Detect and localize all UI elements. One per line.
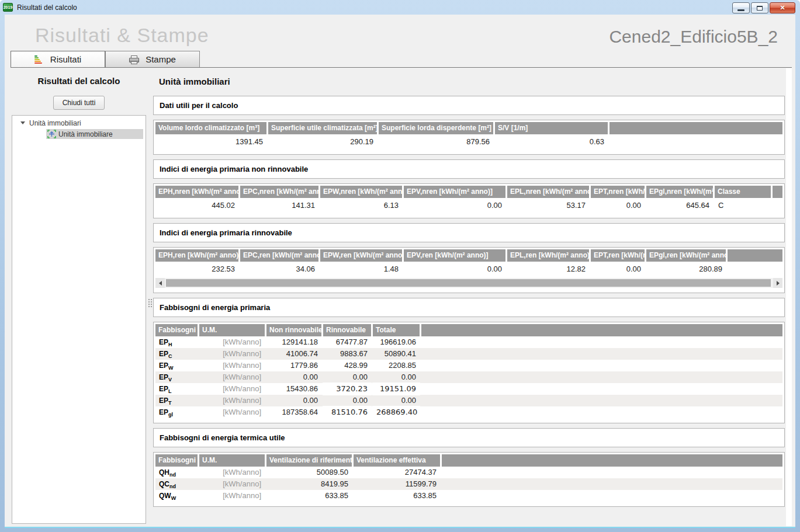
window-title: Risultati del calcolo xyxy=(17,4,77,12)
titlebar[interactable]: 2019 Risultati del calcolo ✕ xyxy=(0,0,800,15)
column-header[interactable]: EPgl,nren [kWh/(m² anno)] xyxy=(646,186,713,198)
table-row[interactable]: QCnd[kWh/anno]8419.9511599.79 xyxy=(155,478,782,490)
row-label: EPL xyxy=(155,383,198,395)
column-header[interactable]: Totale xyxy=(373,324,420,336)
column-header xyxy=(421,324,782,336)
section-table: Volume lordo climatizzato [m³]Superficie… xyxy=(153,120,785,155)
table-cell: 53.17 xyxy=(507,198,589,213)
column-header[interactable]: EPH,nren [kWh/(m² anno)] xyxy=(155,186,238,198)
column-header[interactable]: Superficie lorda disperdente [m²] xyxy=(379,122,493,134)
main-heading: Unità immobiliari xyxy=(159,77,785,87)
row-label: EPT xyxy=(155,395,198,406)
scroll-right-button[interactable] xyxy=(773,278,782,288)
column-header[interactable]: EPL,ren [kWh/(m² anno)] xyxy=(507,249,589,262)
tab-bar: Risultati Stampe xyxy=(11,51,792,68)
table-row[interactable]: EPT[kWh/anno]0.000.000.00 xyxy=(155,395,782,406)
minimize-button[interactable] xyxy=(732,2,750,13)
column-header[interactable]: Ventilazione di riferimento xyxy=(266,454,352,467)
table-cell: 0.00 xyxy=(266,395,321,406)
tree-item-unita-immobiliare[interactable]: Unità immobiliare xyxy=(46,129,143,139)
column-header[interactable]: Non rinnovabile xyxy=(266,324,321,336)
collapse-arrow-icon[interactable] xyxy=(20,121,25,124)
column-header[interactable]: EPW,nren [kWh/(m² anno)] xyxy=(320,186,402,198)
table-cell: 27474.37 xyxy=(354,467,440,478)
column-header[interactable]: EPT,nren [kWh/(m² anno)] xyxy=(591,186,645,198)
table-cell: 268869.40 xyxy=(373,406,420,418)
table-cell: 187358.64 xyxy=(266,406,321,418)
splitter-handle[interactable] xyxy=(148,293,153,313)
table-cell: 15430.86 xyxy=(266,383,321,395)
table-cell: 1391.45 xyxy=(155,134,266,149)
row-label: EPH xyxy=(155,336,198,348)
column-header[interactable]: S/V [1/m] xyxy=(495,122,608,134)
section-title: Dati utili per il calcolo xyxy=(160,101,238,110)
row-unit: [kWh/anno] xyxy=(199,490,265,502)
column-header[interactable]: EPV,ren [kWh/(m² anno)] xyxy=(404,249,505,262)
table-row[interactable]: 232.5334.061.480.0012.820.00280.89 xyxy=(155,262,782,277)
table-cell xyxy=(442,478,782,490)
column-header[interactable]: EPV,nren [kWh/(m² anno)] xyxy=(404,186,505,198)
header-row: Risultati & Stampe Cened2_Edificio5B_2 xyxy=(5,15,795,47)
table-cell: 645.64 xyxy=(646,198,713,213)
table-cell: 3720.23 xyxy=(323,383,371,395)
table-cell: 8419.95 xyxy=(266,478,352,490)
table-cell: 0.00 xyxy=(404,198,505,213)
close-all-button[interactable]: Chiudi tutti xyxy=(53,96,105,110)
table-cell: 0.00 xyxy=(404,262,505,277)
table-row[interactable]: EPC[kWh/anno]41006.749883.6750890.41 xyxy=(155,348,782,360)
table-cell: 34.06 xyxy=(240,262,318,277)
table-row[interactable]: QWW[kWh/anno]633.85633.85 xyxy=(155,490,782,502)
column-header[interactable]: EPL,nren [kWh/(m² anno)] xyxy=(507,186,589,198)
column-header[interactable]: Classe xyxy=(715,186,771,198)
table-row[interactable]: QHnd[kWh/anno]50089.5027474.37 xyxy=(155,467,782,478)
table-cell xyxy=(421,383,782,395)
minimize-icon xyxy=(737,9,744,11)
table-row[interactable]: EPW[kWh/anno]1779.86428.992208.85 xyxy=(155,360,782,371)
table-row[interactable]: 445.02141.316.130.0053.170.00645.64C xyxy=(155,198,782,213)
tab-stampe[interactable]: Stampe xyxy=(105,51,200,67)
table-cell: 428.99 xyxy=(323,360,371,371)
column-header[interactable]: EPW,ren [kWh/(m² anno)] xyxy=(320,249,402,262)
table-row[interactable]: EPH[kWh/anno]129141.1867477.87196619.06 xyxy=(155,336,782,348)
column-header[interactable]: EPT,ren [kWh/(m² anno)] xyxy=(591,249,645,262)
row-unit: [kWh/anno] xyxy=(199,395,265,406)
floorplan-icon xyxy=(47,130,56,138)
column-header[interactable]: U.M. xyxy=(199,324,265,336)
vertical-scrollbar[interactable] xyxy=(786,68,792,526)
table-cell: 633.85 xyxy=(354,490,440,502)
column-header[interactable]: Fabbisogni xyxy=(155,454,198,467)
section-table: EPH,nren [kWh/(m² anno)]EPC,nren [kWh/(m… xyxy=(153,183,785,218)
table-row[interactable]: 1391.45290.19879.560.63 xyxy=(155,134,782,149)
scrollbar-thumb[interactable] xyxy=(166,279,771,287)
window-bottom-edge xyxy=(5,527,795,528)
column-header[interactable]: EPC,ren [kWh/(m² anno)] xyxy=(240,249,318,262)
column-header[interactable]: U.M. xyxy=(199,454,265,467)
row-label: EPgl xyxy=(155,406,198,418)
column-header[interactable]: Fabbisogni xyxy=(155,324,198,336)
column-header[interactable]: Superficie utile climatizzata [m²] xyxy=(268,122,377,134)
table-row[interactable]: EPL[kWh/anno]15430.863720.2319151.09 xyxy=(155,383,782,395)
tab-risultati[interactable]: Risultati xyxy=(11,51,105,67)
section-table: FabbisogniU.M.Non rinnovabileRinnovabile… xyxy=(153,322,785,423)
horizontal-scrollbar[interactable] xyxy=(155,278,782,288)
row-label: EPV xyxy=(155,371,198,383)
section-title-box: Dati utili per il calcolo xyxy=(153,96,785,115)
column-header[interactable]: EPH,ren [kWh/(m² anno)] xyxy=(155,249,238,262)
tab-stampe-label: Stampe xyxy=(146,54,176,64)
column-header[interactable]: Rinnovabile xyxy=(323,324,371,336)
scroll-left-button[interactable] xyxy=(155,278,165,288)
table-row[interactable]: EPgl[kWh/anno]187358.6481510.76268869.40 xyxy=(155,406,782,418)
app-icon-label: 2019 xyxy=(4,5,13,9)
table-row[interactable]: EPV[kWh/anno]0.000.000.00 xyxy=(155,371,782,383)
tree-item-unita-immobiliari[interactable]: Unità immobiliari xyxy=(12,118,146,128)
column-header[interactable]: EPgl,ren [kWh/(m² anno)] xyxy=(646,249,726,262)
result-section: Fabbisogni di energia primariaFabbisogni… xyxy=(153,298,785,423)
column-header[interactable]: EPC,nren [kWh/(m² anno)] xyxy=(240,186,318,198)
column-header[interactable]: Ventilazione effettiva xyxy=(354,454,440,467)
tree-child-label: Unità immobiliare xyxy=(58,130,113,138)
close-button[interactable]: ✕ xyxy=(770,2,795,13)
table-cell: 129141.18 xyxy=(266,336,321,348)
client-area: Risultati & Stampe Cened2_Edificio5B_2 R… xyxy=(5,15,795,527)
column-header[interactable]: Volume lordo climatizzato [m³] xyxy=(155,122,266,134)
maximize-button[interactable] xyxy=(751,2,768,13)
